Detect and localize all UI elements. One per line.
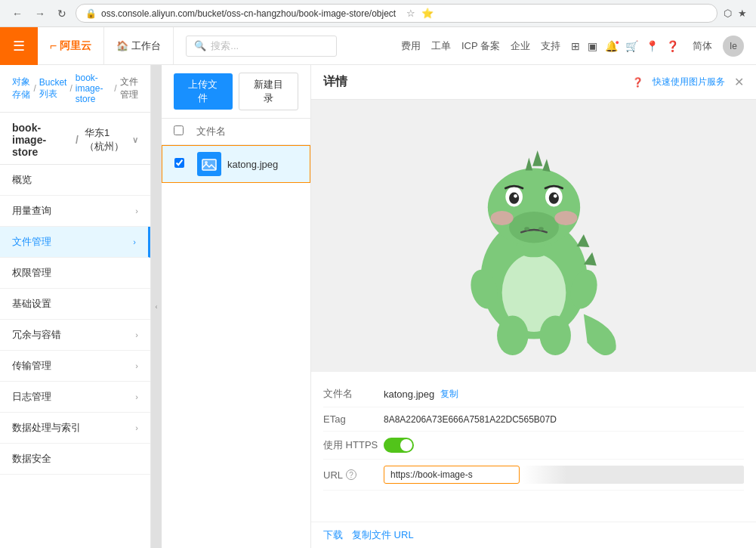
sidebar-item-label-redundancy: 冗余与容错 bbox=[12, 328, 61, 342]
location-icon[interactable]: 📍 bbox=[646, 40, 659, 52]
sidebar-menu: 概览 用量查询 › 文件管理 › 权限管理 基础设置 冗余与容错 bbox=[0, 165, 150, 548]
sidebar-item-logs[interactable]: 日志管理 › bbox=[0, 382, 150, 413]
breadcrumb-bucket-list[interactable]: Bucket 列表 bbox=[39, 77, 67, 101]
browser-bar: ← → ↻ 🔒 oss.console.aliyun.com/bucket/os… bbox=[0, 0, 756, 27]
copy-url-link[interactable]: 复制文件 URL bbox=[352, 528, 414, 542]
svg-point-8 bbox=[554, 211, 577, 225]
sidebar-item-label-overview: 概览 bbox=[12, 173, 32, 187]
hamburger-icon: ☰ bbox=[13, 38, 25, 54]
nav-zhichi[interactable]: 支持 bbox=[541, 39, 560, 53]
detail-image-container bbox=[311, 100, 756, 372]
breadcrumb-oss[interactable]: 对象存储 bbox=[12, 76, 30, 101]
upload-file-button[interactable]: 上传文件 bbox=[174, 73, 233, 110]
svg-point-7 bbox=[490, 211, 513, 225]
svg-point-13 bbox=[548, 193, 558, 204]
svg-point-11 bbox=[514, 194, 517, 198]
file-checkbox-katong[interactable] bbox=[174, 158, 184, 168]
sidebar-item-transfer[interactable]: 传输管理 › bbox=[0, 351, 150, 382]
field-row-etag: ETag 8A8A2206A73E666A7581A22DC565B07D bbox=[323, 407, 744, 432]
help-circle-icon[interactable]: ❓ bbox=[666, 40, 679, 52]
svg-marker-18 bbox=[532, 150, 542, 166]
field-row-https: 使用 HTTPS bbox=[323, 432, 744, 460]
svg-point-23 bbox=[539, 315, 570, 355]
logo-area[interactable]: ⌐ 阿里云 bbox=[38, 27, 104, 64]
detail-fields: 文件名 katong.jpeg 复制 ETag 8A8A2206A73E666A… bbox=[311, 372, 756, 522]
breadcrumb: 对象存储 / Bucket 列表 / book-image-store / 文件… bbox=[0, 65, 150, 113]
nav-feiyong[interactable]: 费用 bbox=[401, 39, 421, 53]
nav-icp[interactable]: ICP 备案 bbox=[461, 39, 500, 53]
svg-point-16 bbox=[538, 227, 544, 231]
detail-footer: 下载 复制文件 URL bbox=[311, 522, 756, 548]
home-icon: 🏠 bbox=[116, 40, 128, 51]
sidebar-title: book-image-store / 华东1（杭州） ∨ bbox=[0, 113, 150, 165]
sidebar-item-label-permissions: 权限管理 bbox=[12, 266, 51, 280]
avatar[interactable]: Ie bbox=[723, 36, 744, 57]
sidebar-item-overview[interactable]: 概览 bbox=[0, 165, 150, 196]
breadcrumb-store[interactable]: book-image-store bbox=[76, 73, 111, 104]
svg-point-15 bbox=[524, 227, 529, 231]
sidebar-item-basic[interactable]: 基础设置 bbox=[0, 289, 150, 320]
sidebar-item-usage[interactable]: 用量查询 › bbox=[0, 196, 150, 227]
svg-marker-19 bbox=[542, 159, 550, 172]
detail-header-right: ❓ 快速使用图片服务 ✕ bbox=[632, 75, 744, 89]
profile-icon[interactable]: ⭐ bbox=[421, 8, 434, 19]
sidebar-item-dataprocess[interactable]: 数据处理与索引 › bbox=[0, 413, 150, 444]
bell-icon[interactable]: 🔔● bbox=[605, 40, 618, 52]
detail-panel: 详情 ❓ 快速使用图片服务 ✕ bbox=[310, 65, 756, 548]
chevron-down-icon[interactable]: ∨ bbox=[132, 135, 138, 145]
close-icon[interactable]: ✕ bbox=[734, 75, 744, 89]
nav-qiye[interactable]: 企业 bbox=[511, 39, 530, 53]
url-input[interactable] bbox=[384, 466, 520, 484]
sidebar-toggle[interactable]: ‹ bbox=[151, 65, 162, 548]
sidebar: 对象存储 / Bucket 列表 / book-image-store / 文件… bbox=[0, 65, 151, 548]
logo-text: 阿里云 bbox=[60, 39, 91, 53]
url-text: oss.console.aliyun.com/bucket/oss-cn-han… bbox=[101, 8, 396, 19]
file-row-katong[interactable]: katong.jpeg bbox=[162, 145, 310, 183]
dino-image bbox=[428, 115, 640, 357]
copy-filename-button[interactable]: 复制 bbox=[440, 388, 458, 401]
search-area: 🔍 搜索... bbox=[174, 36, 389, 57]
new-directory-button[interactable]: 新建目录 bbox=[239, 73, 299, 110]
download-link[interactable]: 下载 bbox=[323, 528, 343, 542]
sidebar-item-label-transfer: 传输管理 bbox=[12, 359, 51, 373]
search-box[interactable]: 🔍 搜索... bbox=[186, 36, 337, 57]
nav-gongdan[interactable]: 工单 bbox=[431, 39, 451, 53]
icon-2[interactable]: ▣ bbox=[588, 40, 597, 52]
bookmark-icon[interactable]: ☆ bbox=[406, 8, 415, 19]
help-circle-icon-detail: ❓ bbox=[632, 77, 643, 88]
sidebar-item-permissions[interactable]: 权限管理 bbox=[0, 258, 150, 289]
browser-icon-2[interactable]: ★ bbox=[738, 8, 747, 19]
url-blurred bbox=[523, 466, 744, 484]
icon-1[interactable]: ⊞ bbox=[571, 40, 580, 52]
quick-image-service-link[interactable]: 快速使用图片服务 bbox=[653, 76, 725, 88]
hamburger-menu[interactable]: ☰ bbox=[0, 27, 38, 65]
https-toggle[interactable] bbox=[384, 438, 414, 453]
url-bar[interactable]: 🔒 oss.console.aliyun.com/bucket/oss-cn-h… bbox=[76, 4, 717, 23]
lang-label[interactable]: 简体 bbox=[693, 39, 712, 53]
file-list-header: 文件名 bbox=[162, 119, 310, 145]
topbar: ☰ ⌐ 阿里云 🏠 工作台 🔍 搜索... 费用 工单 ICP 备案 企业 支持… bbox=[0, 27, 756, 65]
workbench-nav[interactable]: 🏠 工作台 bbox=[104, 27, 174, 64]
search-icon: 🔍 bbox=[194, 40, 206, 51]
sidebar-item-label-basic: 基础设置 bbox=[12, 297, 51, 311]
breadcrumb-sep-1: / bbox=[33, 83, 35, 94]
sidebar-item-label-logs: 日志管理 bbox=[12, 390, 51, 404]
sidebar-item-redundancy[interactable]: 冗余与容错 › bbox=[0, 320, 150, 351]
back-button[interactable]: ← bbox=[9, 6, 26, 21]
forward-button[interactable]: → bbox=[32, 6, 48, 21]
select-all-checkbox[interactable] bbox=[174, 125, 184, 135]
cart-icon[interactable]: 🛒 bbox=[625, 40, 638, 52]
svg-point-22 bbox=[497, 315, 528, 355]
browser-icon-1[interactable]: ⬡ bbox=[724, 8, 732, 19]
content-area: 上传文件 新建目录 文件名 bbox=[162, 65, 310, 548]
breadcrumb-current: 文件管理 bbox=[120, 76, 138, 101]
url-help-icon[interactable]: ? bbox=[346, 469, 356, 480]
sidebar-item-label-files: 文件管理 bbox=[12, 235, 51, 249]
sidebar-item-files[interactable]: 文件管理 › bbox=[0, 227, 150, 258]
refresh-button[interactable]: ↻ bbox=[54, 6, 69, 21]
logo-bracket: ⌐ bbox=[50, 39, 57, 53]
filename-value: katong.jpeg bbox=[384, 389, 434, 400]
arrow-icon-dataprocess: › bbox=[135, 423, 138, 432]
sidebar-item-security[interactable]: 数据安全 bbox=[0, 444, 150, 475]
svg-rect-0 bbox=[202, 159, 216, 170]
